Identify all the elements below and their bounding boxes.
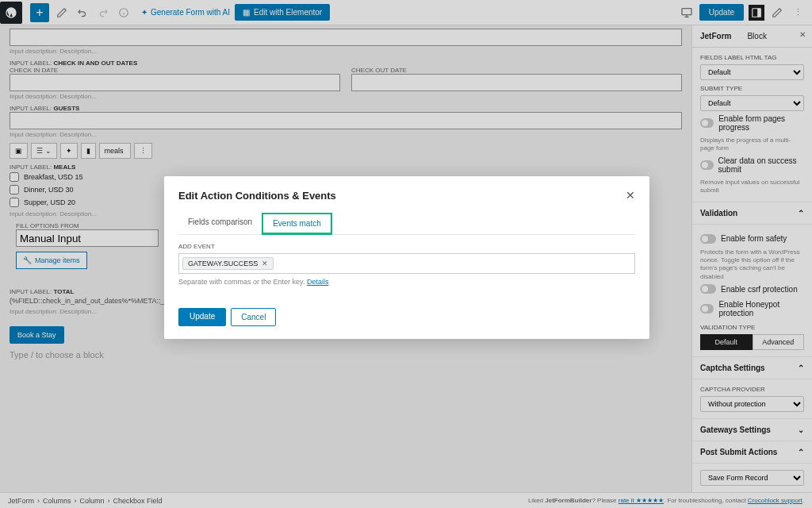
event-input[interactable]: GATEWAY.SUCCESS✕ bbox=[178, 253, 635, 274]
tab-fields-comparison[interactable]: Fields comparison bbox=[178, 213, 262, 234]
close-icon[interactable]: ✕ bbox=[626, 189, 635, 202]
remove-chip-icon[interactable]: ✕ bbox=[262, 260, 268, 267]
details-link[interactable]: Details bbox=[307, 278, 329, 286]
conditions-modal: Edit Action Conditions & Events ✕ Fields… bbox=[164, 176, 649, 339]
modal-cancel-button[interactable]: Cancel bbox=[231, 308, 276, 326]
modal-update-button[interactable]: Update bbox=[178, 308, 226, 326]
tab-events-match[interactable]: Events match bbox=[262, 213, 332, 235]
modal-title: Edit Action Conditions & Events bbox=[178, 190, 336, 202]
event-chip: GATEWAY.SUCCESS✕ bbox=[182, 257, 274, 270]
